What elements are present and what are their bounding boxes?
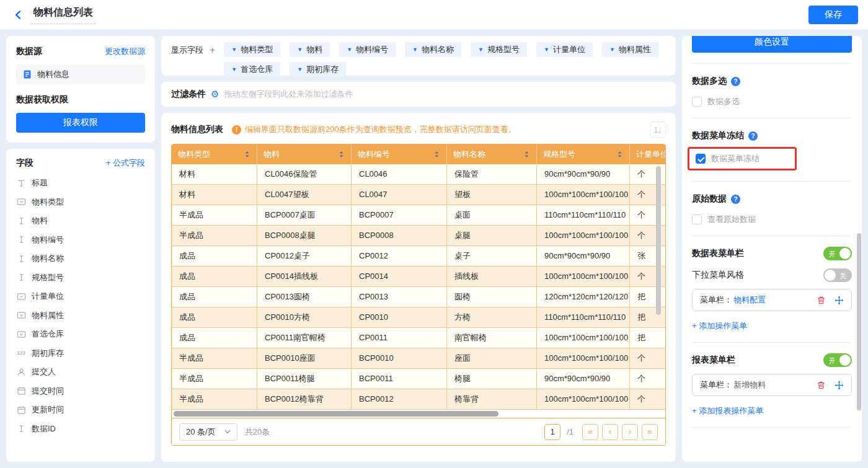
horizontal-scrollbar-thumb[interactable] — [174, 411, 498, 417]
menu-name-link[interactable]: 物料配置 — [733, 294, 766, 306]
page-size-select[interactable]: 20 条/页 — [179, 423, 237, 441]
sort-arrows-icon[interactable] — [338, 150, 345, 159]
table-row[interactable]: 半成品BCP0007桌面BCP0007桌面110cm*110cm*110/110… — [172, 205, 665, 226]
chevron-down-icon: ▼ — [609, 46, 615, 53]
page-number-input[interactable] — [544, 424, 560, 440]
field-item-initial-stock[interactable]: 123 期初库存 — [16, 344, 145, 363]
move-icon[interactable] — [835, 296, 844, 305]
cell: 半成品 — [172, 369, 257, 389]
table-row[interactable]: 材料CL0046保险管CL0046保险管90cm*90cm*90/90个 — [172, 164, 665, 185]
field-item-warehouse[interactable]: 首选仓库 — [16, 325, 145, 344]
cell: CP0012 — [352, 246, 447, 266]
field-item-submitter[interactable]: 提交人 — [16, 363, 145, 382]
field-item-data-id[interactable]: 数据ID — [16, 420, 145, 439]
chip-warehouse[interactable]: ▼首选仓库 — [224, 62, 280, 77]
last-page-button[interactable]: » — [642, 424, 658, 440]
menu-freeze-checkbox[interactable] — [696, 154, 706, 164]
vertical-scrollbar-thumb[interactable] — [656, 166, 661, 315]
first-page-button[interactable]: « — [582, 424, 598, 440]
display-field-chips: ▼物料类型 ▼物料 ▼物料编号 ▼物料名称 ▼规格型号 ▼计量单位 ▼物料属性 … — [224, 42, 666, 77]
report-menu-toggle[interactable]: 开 — [823, 353, 852, 367]
table-row[interactable]: 半成品BCP0012椅靠背BCP0012椅靠背100cm*100cm*100/1… — [172, 389, 665, 410]
prev-page-button[interactable]: ‹ — [602, 424, 618, 440]
field-item-unit[interactable]: 计量单位 — [16, 287, 145, 306]
field-item-material-name[interactable]: 物料名称 — [16, 249, 145, 268]
cell: BCP0011椅腿 — [257, 369, 352, 389]
field-item-update-time[interactable]: 更新时间 — [16, 400, 145, 420]
table-row[interactable]: 成品CP0014插线板CP0014插线板100cm*100cm*100/100个 — [172, 267, 665, 287]
dropdown-style-toggle[interactable]: 关 — [823, 268, 852, 282]
table-menu-item[interactable]: 菜单栏： 物料配置 — [692, 289, 852, 311]
back-button[interactable] — [10, 6, 27, 24]
chip-spec[interactable]: ▼规格型号 — [471, 42, 527, 57]
raw-data-checkbox[interactable] — [692, 214, 702, 224]
trash-icon[interactable] — [817, 296, 826, 305]
add-display-field-button[interactable]: + — [210, 45, 215, 56]
sort-arrows-icon[interactable] — [523, 150, 530, 159]
table-row[interactable]: 半成品BCP0008桌腿BCP0008桌腿100cm*100cm*100/100… — [172, 226, 665, 246]
column-header[interactable]: 物料编号 — [352, 144, 447, 164]
field-label: 更新时间 — [32, 404, 64, 415]
column-header[interactable]: 物料 — [257, 144, 352, 164]
menu-name[interactable]: 新增物料 — [733, 379, 766, 391]
chip-material[interactable]: ▼物料 — [290, 42, 330, 57]
gear-icon[interactable]: ⚙ — [211, 89, 219, 100]
report-permission-button[interactable]: 报表权限 — [16, 113, 145, 133]
table-row[interactable]: 成品CP0012桌子CP0012桌子90cm*90cm*90/90张 — [172, 246, 665, 267]
question-icon[interactable]: ? — [731, 77, 740, 86]
field-item-material-code[interactable]: 物料编号 — [16, 231, 145, 250]
field-item-spec[interactable]: 规格型号 — [16, 268, 145, 288]
sort-arrows-icon[interactable] — [433, 150, 440, 159]
color-settings-button[interactable]: 颜色设置 — [692, 36, 852, 53]
question-icon[interactable]: ? — [748, 131, 758, 141]
field-item-submit-time[interactable]: 提交时间 — [16, 382, 145, 401]
table-row[interactable]: 半成品BCP0011椅腿BCP0011椅腿90cm*90cm*90/90个 — [172, 369, 665, 389]
page-title[interactable]: 物料信息列表 — [31, 5, 95, 24]
add-action-menu-link[interactable]: + 添加操作菜单 — [692, 320, 852, 332]
multi-select-checkbox[interactable] — [692, 97, 702, 107]
data-table: 物料类型 物料 物料编号 物料名称 规格型号 计量单位 材料CL0046保险管C… — [171, 144, 666, 446]
horizontal-scrollbar[interactable] — [172, 410, 665, 418]
add-report-menu-link[interactable]: + 添加报表操作菜单 — [692, 405, 852, 417]
datasource-item[interactable]: 物料信息 — [16, 64, 145, 84]
report-menu-item[interactable]: 菜单栏： 新增物料 — [692, 374, 852, 396]
chip-initial-stock[interactable]: ▼期初库存 — [290, 62, 346, 77]
column-header[interactable]: 物料名称 — [447, 144, 537, 164]
chip-unit[interactable]: ▼计量单位 — [536, 42, 593, 57]
field-item-material-attr[interactable]: 物料属性 — [16, 306, 145, 325]
move-icon[interactable] — [835, 381, 844, 390]
field-item-material[interactable]: 物料 — [16, 211, 145, 231]
field-label: 物料 — [32, 215, 48, 226]
chip-material-attr[interactable]: ▼物料属性 — [602, 42, 658, 57]
column-header[interactable]: 规格型号 — [537, 144, 630, 164]
sort-arrows-icon[interactable] — [616, 150, 623, 159]
save-button[interactable]: 保存 — [808, 6, 858, 24]
table-row[interactable]: 成品CP0011南官帽椅CP0011南官帽椅100cm*100cm*100/10… — [172, 328, 665, 348]
field-item-material-type[interactable]: 物料类型 — [16, 193, 145, 212]
table-row[interactable]: 材料CL0047望板CL0047望板100cm*100cm*100/100个 — [172, 185, 665, 205]
cell: 保险管 — [447, 164, 537, 184]
field-item-title[interactable]: 标题 — [16, 174, 145, 193]
formula-field-link[interactable]: + 公式字段 — [106, 157, 145, 169]
table-menu-toggle[interactable]: 开 — [823, 247, 852, 260]
divider — [692, 181, 852, 182]
filter-card[interactable]: 过滤条件 ⚙ 拖动左侧字段到此处来添加过滤条件 — [161, 82, 676, 107]
table-row[interactable]: 成品CP0010方椅CP0010方椅110cm*110cm*110/110把 — [172, 307, 665, 328]
chip-material-code[interactable]: ▼物料编号 — [339, 42, 396, 57]
chip-material-name[interactable]: ▼物料名称 — [405, 42, 461, 57]
trash-icon[interactable] — [817, 381, 826, 390]
change-datasource-link[interactable]: 更改数据源 — [105, 46, 145, 57]
column-label: 物料类型 — [178, 149, 210, 160]
table-row[interactable]: 成品CP0013圆椅CP0013圆椅120cm*120cm*120/120把 — [172, 287, 665, 307]
column-header[interactable]: 计量单位 — [630, 144, 666, 164]
panel-scrollbar-thumb[interactable] — [857, 233, 861, 410]
column-header[interactable]: 物料类型 — [172, 144, 257, 164]
cell: BCP0008 — [352, 226, 447, 245]
chip-material-type[interactable]: ▼物料类型 — [224, 42, 280, 57]
sort-order-button[interactable]: 1↓ — [650, 121, 666, 138]
table-row[interactable]: 半成品BCP0010座面BCP0010座面100cm*100cm*100/100… — [172, 348, 665, 369]
question-icon[interactable]: ? — [731, 195, 740, 204]
toggle-knob — [839, 248, 851, 259]
sort-arrows-icon[interactable] — [244, 150, 250, 159]
next-page-button[interactable]: › — [622, 424, 638, 440]
